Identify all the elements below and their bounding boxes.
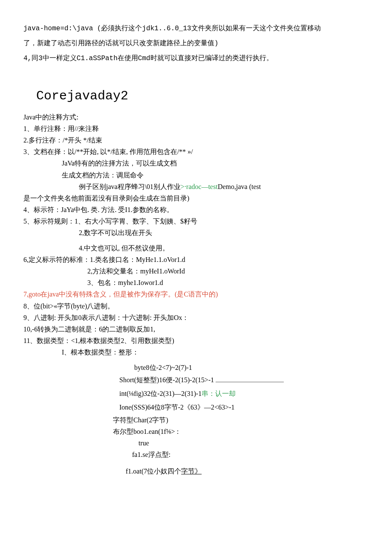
line-identifier-rule1: 5、标示符规则：1、右大小写字胃、数字、下划姨、$籽号	[23, 215, 322, 227]
line-datatypes: 11、数据类型：<1,根本数据类型2、引用数据类型)	[23, 335, 322, 346]
line-int-b: 串：认一却	[202, 390, 236, 397]
line-identifier-std: 6,定义标示符的标准：1.类名接口名：MyHe1.1.oVor1.d	[23, 254, 322, 265]
line-false-float: fa1.se浮点型:	[132, 449, 322, 460]
paragraph-java-home: java-home=d:\java (必须执行这个jdk1..6.0_13文件夹…	[23, 21, 322, 51]
line-neg6: 10,-6转换为二进制就是：6的二进制取反加1,	[23, 323, 322, 335]
line-folder-note: 是一个文件夹名他前面若没有目录则会生成在当前目录)	[23, 192, 322, 204]
line-byte: byte8位-2<7)~2(7)-1	[134, 362, 322, 373]
line-identifier-rule2: 2,数字不可以出现在开头	[79, 227, 322, 238]
line-identifier: 4、标示符：JaYa中包. 类. 方法. 受I1.参数的名称。	[23, 204, 322, 215]
line-gen-doc: 生成文档的方法：调屈命令	[62, 169, 322, 181]
line-int: int(⅛fig)32位-2(31)—2(31)-1串：认一却	[119, 387, 322, 401]
line-long: Ione(SSS)64位8字节-2《63》—2<63>-1	[119, 401, 322, 414]
line-multi-comment: 2.多行注存：/*开头 */结束	[23, 134, 322, 146]
line-goto: 7,goto在java中没有特殊含义，但是被作为保存字。(是C语言中的)	[23, 288, 322, 300]
paragraph-classpath: 4,同3中一样定义C1.aSSPath在使用Cmd时就可以直接对已编译过的类进行…	[23, 51, 322, 66]
line-comments-title: Java中的注释方式:	[23, 111, 322, 123]
line-true: true	[138, 437, 322, 449]
blank-underline	[216, 375, 284, 382]
line-basic-types: I、根本数据类型：整形：	[62, 346, 322, 358]
line-float-b: 字节》	[181, 468, 202, 475]
line-example: 例子区别java程序蜂习\01别人作业>·radoc—testDemo,java…	[79, 181, 322, 192]
line-bit-byte: 8、位(bit>«字节(byte)八进制。	[23, 300, 322, 312]
line-example-a: 例子区别java程序蜂习\01别人作业	[79, 183, 181, 190]
line-float-a: f1.oat(7位小奴四个	[126, 468, 181, 475]
line-package-name: 3、包名：myhe1.Iowor1.d	[87, 277, 322, 288]
line-java-specific: JaVa特有的的注择方法，可以生成文档	[62, 157, 322, 169]
heading-corejavaday2: Corejavaday2	[36, 85, 322, 107]
line-short-text: Short(短整型)16便-2(15)-2(15>-1	[119, 376, 216, 384]
line-single-comment: 1、单行注释：用//来注释	[23, 123, 322, 134]
line-octal-hex: 9、八进制: 开头加0表示八进制：十六进制: 开头加Ox：	[23, 312, 322, 323]
line-int-a: int(⅛fig)32位-2(31)—2(31)-1	[119, 390, 202, 397]
line-boolean: 布尔型boo1.ean(1f⅝> :	[113, 426, 322, 437]
line-float: f1.oat(7位小奴四个字节》	[126, 465, 322, 477]
line-short: Short(短整型)16便-2(15)-2(15>-1	[119, 373, 322, 387]
line-char: 字符型Char(2字节)	[113, 414, 322, 426]
line-identifier-rule4: 4.中文也可以, 但不然议使用。	[79, 242, 322, 254]
line-doc-comment: 3、文档在择：以/**开始, 以*/结束, 作用范用包含在/** »/	[23, 146, 322, 157]
line-method-varname: 2,方法和交量名：myHeI1.oWorId	[87, 265, 322, 277]
line-example-b: >·radoc—test	[181, 183, 218, 190]
line-example-c: Demo,java (test	[218, 183, 261, 190]
